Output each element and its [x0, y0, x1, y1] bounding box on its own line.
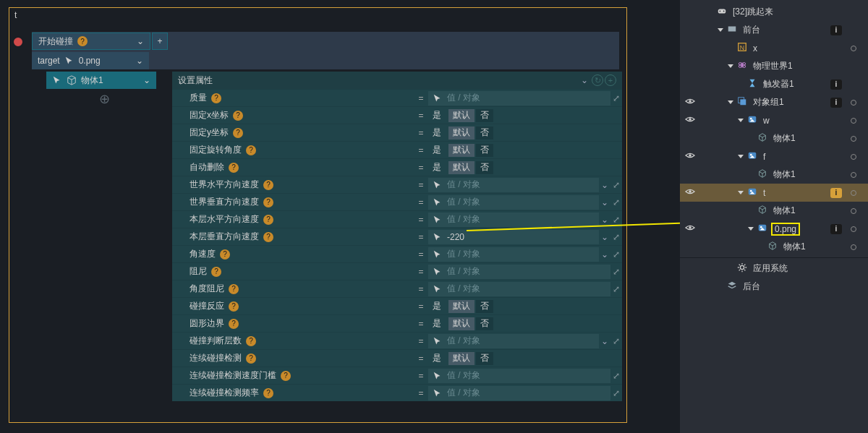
tree-item[interactable]: 0.pngi — [680, 220, 868, 238]
prop-value[interactable]: 值 / 对象 — [428, 369, 610, 383]
toggle[interactable]: 默认否 — [448, 109, 493, 122]
prop-value[interactable]: 值 / 对象 — [428, 282, 610, 296]
breakpoint-icon[interactable] — [12, 36, 24, 48]
add-row-button[interactable]: ⊕ — [97, 92, 111, 106]
prop-value[interactable]: 值 / 对象 — [428, 247, 599, 262]
add-button[interactable]: + — [152, 33, 168, 50]
chevron-down-icon[interactable]: ⌄ — [599, 197, 610, 207]
visibility-icon[interactable] — [685, 150, 695, 163]
tree-item[interactable]: [32]跳起来 — [680, 3, 868, 21]
chevron-down-icon[interactable]: ⌄ — [136, 56, 143, 66]
prop-value[interactable]: 值 / 对象 — [428, 195, 599, 210]
toggle[interactable]: 默认否 — [448, 161, 493, 174]
visibility-icon[interactable] — [685, 187, 695, 199]
prop-value[interactable]: 是默认否 — [428, 108, 622, 123]
expand-icon[interactable]: ⤢ — [610, 232, 622, 242]
help-icon[interactable]: ? — [263, 180, 273, 190]
help-icon[interactable]: ? — [229, 301, 239, 312]
tree-item[interactable]: 后台 — [680, 278, 868, 296]
expand-icon[interactable] — [738, 119, 744, 122]
chevron-down-icon[interactable]: ⌄ — [599, 232, 610, 242]
expand-icon[interactable]: ⤢ — [610, 93, 622, 103]
prop-value[interactable]: 是默认否 — [428, 126, 622, 140]
help-icon[interactable]: ? — [220, 249, 230, 260]
info-badge[interactable]: i — [830, 25, 842, 35]
add-prop-button[interactable]: + — [605, 74, 616, 86]
prop-value[interactable]: 是默认否 — [428, 351, 622, 366]
body-selector[interactable]: 物体1 ⌄ — [46, 72, 156, 89]
chevron-down-icon[interactable]: ⌄ — [143, 75, 150, 85]
tree-item[interactable]: Nx — [680, 39, 868, 57]
help-icon[interactable]: ? — [246, 353, 256, 364]
tree-item[interactable]: 物体1 — [680, 238, 868, 256]
event-title-box[interactable]: 开始碰撞 ? ⌄ — [32, 33, 150, 50]
tree-item[interactable]: 物体1 — [680, 166, 868, 184]
help-icon[interactable]: ? — [263, 215, 273, 225]
toggle[interactable]: 默认否 — [448, 127, 493, 140]
tree-item[interactable]: 物体1 — [680, 129, 868, 147]
visibility-icon[interactable] — [685, 96, 695, 108]
toggle[interactable]: 默认否 — [448, 144, 493, 157]
help-icon[interactable]: ? — [229, 319, 239, 329]
chevron-down-icon[interactable]: ⌄ — [137, 36, 144, 46]
help-icon[interactable]: ? — [246, 145, 256, 155]
tree-item[interactable]: 前台i — [680, 21, 868, 39]
expand-icon[interactable] — [738, 191, 744, 194]
help-icon[interactable]: ? — [263, 388, 273, 398]
info-badge[interactable]: i — [830, 98, 842, 108]
expand-icon[interactable]: ⤢ — [610, 388, 622, 398]
expand-icon[interactable] — [728, 64, 733, 68]
expand-icon[interactable] — [728, 100, 733, 104]
help-icon[interactable]: ? — [77, 36, 88, 46]
toggle[interactable]: 默认否 — [448, 317, 493, 330]
tree-item[interactable]: 触发器1i — [680, 75, 868, 93]
expand-icon[interactable]: ⤢ — [610, 180, 622, 190]
prop-value[interactable]: 值 / 对象 — [428, 178, 599, 192]
expand-icon[interactable] — [748, 227, 754, 231]
chevron-down-icon[interactable]: ⌄ — [599, 249, 610, 260]
help-icon[interactable]: ? — [211, 93, 221, 103]
help-icon[interactable]: ? — [263, 197, 273, 207]
chevron-down-icon[interactable]: ⌄ — [599, 336, 610, 346]
expand-icon[interactable]: ⤢ — [610, 267, 622, 277]
help-icon[interactable]: ? — [263, 232, 273, 242]
toggle[interactable]: 默认否 — [448, 352, 493, 365]
help-icon[interactable]: ? — [233, 111, 243, 121]
visibility-icon[interactable] — [685, 223, 695, 235]
prop-value[interactable]: 是默认否 — [428, 299, 622, 314]
help-icon[interactable]: ? — [281, 371, 291, 381]
tree-item[interactable]: f — [680, 147, 868, 166]
prop-value[interactable]: 值 / 对象 — [428, 213, 599, 227]
info-badge[interactable]: i — [830, 80, 842, 90]
tree-item[interactable]: w — [680, 111, 868, 129]
expand-icon[interactable]: ⤢ — [610, 284, 622, 294]
expand-icon[interactable] — [718, 28, 723, 32]
prop-value[interactable]: 是默认否 — [428, 143, 622, 158]
help-icon[interactable]: ? — [233, 128, 243, 138]
visibility-icon[interactable] — [685, 114, 695, 127]
chevron-down-icon[interactable]: ⌄ — [599, 180, 610, 190]
help-icon[interactable]: ? — [229, 284, 239, 294]
expand-icon[interactable]: ⤢ — [610, 197, 622, 207]
prop-value[interactable]: 值 / 对象 — [428, 91, 610, 106]
expand-icon[interactable]: ⤢ — [610, 215, 622, 225]
prop-value[interactable]: 值 / 对象 — [428, 265, 610, 279]
info-badge[interactable]: i — [830, 188, 842, 198]
tree-item[interactable]: 物理世界1 — [680, 57, 868, 75]
expand-icon[interactable]: ⤢ — [610, 249, 622, 260]
tree-item[interactable]: ti — [680, 184, 868, 202]
refresh-button[interactable]: ↻ — [592, 74, 603, 86]
tree-item[interactable]: 对象组1i — [680, 93, 868, 111]
help-icon[interactable]: ? — [229, 163, 239, 173]
prop-value[interactable]: 值 / 对象 — [428, 334, 599, 348]
chevron-down-icon[interactable]: ⌄ — [579, 75, 590, 85]
help-icon[interactable]: ? — [211, 267, 221, 277]
expand-icon[interactable]: ⤢ — [610, 336, 622, 346]
expand-icon[interactable] — [738, 155, 744, 158]
prop-value[interactable]: 是默认否 — [428, 317, 622, 331]
prop-value[interactable]: -220 — [428, 230, 599, 244]
info-badge[interactable]: i — [830, 224, 842, 234]
tree-item[interactable]: 应用系统 — [680, 260, 868, 278]
toggle[interactable]: 默认否 — [448, 300, 493, 313]
help-icon[interactable]: ? — [246, 336, 256, 346]
